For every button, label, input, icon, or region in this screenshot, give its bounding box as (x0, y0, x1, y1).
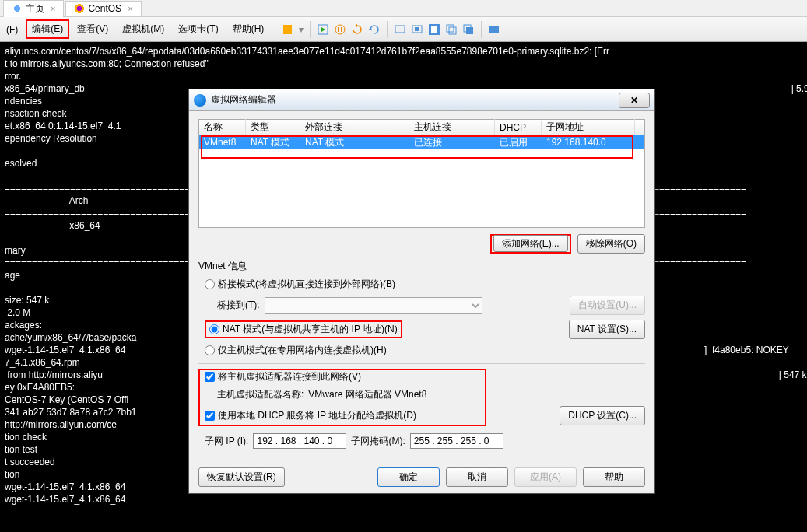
menu-bar: (F) 编辑(E) 查看(V) 虚拟机(M) 选项卡(T) 帮助(H) ▾ (0, 17, 807, 42)
terminal-line: 7_4.1.x86_64.rpm (5, 357, 80, 368)
remove-network-button[interactable]: 移除网络(O) (577, 234, 645, 254)
network-row-vmnet8[interactable]: VMnet8 NAT 模式 NAT 模式 已连接 已启用 192.168.140… (199, 135, 644, 149)
toolbar-screen1-icon[interactable] (392, 22, 408, 37)
terminal-right: | 547 kB (779, 369, 807, 380)
terminal-line: t succeeded (5, 457, 55, 467)
terminal-right: | 5.9 M (791, 83, 807, 94)
terminal-line: ey 0xF4A80EB5: (5, 382, 75, 393)
tab-label: CentOS (88, 3, 121, 14)
host-adapter-name: VMware 网络适配器 VMnet8 (308, 388, 426, 401)
centos-icon (74, 3, 85, 14)
svg-rect-10 (395, 26, 405, 33)
menu-edit[interactable]: 编辑(E) (26, 19, 69, 39)
vmnet-info-label: VMnet 信息 (198, 260, 645, 273)
col-dhcp: DHCP (495, 121, 542, 135)
menu-view[interactable]: 查看(V) (71, 19, 114, 39)
svg-point-5 (335, 25, 345, 34)
cancel-button[interactable]: 取消 (446, 467, 508, 487)
terminal-line: ndencies (5, 96, 42, 107)
toolbar-console-icon[interactable] (486, 22, 502, 37)
col-name: 名称 (199, 119, 246, 135)
col-subnet: 子网地址 (542, 119, 635, 135)
add-network-button[interactable]: 添加网络(E)... (493, 235, 568, 252)
restore-defaults-button[interactable]: 恢复默认设置(R) (198, 467, 285, 487)
svg-rect-12 (415, 27, 419, 31)
dialog-title: 虚拟网络编辑器 (211, 93, 276, 107)
terminal-line: wget-1.14-15.el7_4.1.x86_64 (5, 345, 125, 355)
toolbar-power-icon[interactable] (315, 22, 331, 37)
menu-tabs[interactable]: 选项卡(T) (172, 19, 224, 39)
toolbar-snapshot-icon[interactable] (367, 22, 382, 37)
terminal-line: 341 ab27 53d7 8a78 a7c2 7bb1 (5, 407, 137, 418)
hostonly-radio[interactable] (205, 345, 215, 355)
help-button[interactable]: 帮助 (583, 467, 645, 487)
terminal-line: wget-1.14-15.el7_4.1.x86_64 (5, 481, 125, 492)
cell-ext: NAT 模式 (300, 135, 409, 150)
app-icon (194, 94, 206, 107)
svg-rect-7 (341, 27, 342, 32)
subnet-ip-input[interactable] (253, 433, 346, 449)
separator (387, 21, 388, 38)
close-button[interactable]: ✕ (619, 93, 650, 108)
ok-button[interactable]: 确定 (377, 467, 440, 487)
menu-vm[interactable]: 虚拟机(M) (116, 19, 170, 39)
toolbar-fullscreen-icon[interactable] (426, 22, 442, 37)
subnet-mask-label: 子网掩码(M): (351, 435, 405, 448)
tab-centos[interactable]: CentOS× (65, 1, 141, 16)
col-type: 类型 (246, 119, 300, 135)
subnet-mask-input[interactable] (410, 433, 503, 449)
dhcp-label: 使用本地 DHCP 服务将 IP 地址分配给虚拟机(D) (218, 409, 416, 422)
svg-rect-6 (338, 27, 339, 32)
toolbar-unity-icon[interactable] (444, 22, 459, 37)
terminal-right: ] f4a80eb5: NOKEY (704, 345, 789, 355)
cell-name: VMnet8 (199, 136, 246, 149)
nat-settings-button[interactable]: NAT 设置(S)... (569, 320, 645, 339)
dhcp-settings-button[interactable]: DHCP 设置(C)... (560, 406, 645, 425)
host-adapter-checkbox[interactable] (205, 372, 215, 382)
terminal-line: ependency Resolution (5, 133, 97, 144)
terminal-line: size: 547 k (5, 295, 49, 306)
dialog-titlebar[interactable]: 虚拟网络编辑器 ✕ (189, 89, 654, 111)
tab-home[interactable]: 主页× (3, 0, 64, 17)
close-icon[interactable]: × (47, 4, 55, 13)
tab-label: 主页 (26, 2, 44, 16)
terminal-line: tion (5, 469, 19, 480)
hostonly-radio-label: 仅主机模式(在专用网络内连接虚拟机)(H) (218, 344, 387, 357)
nat-radio-label: NAT 模式(与虚拟机共享主机的 IP 地址)(N) (223, 323, 398, 336)
terminal-line: 2.0 M (5, 307, 30, 318)
terminal-line: http://mirrors.aliyun.com/ce (5, 419, 117, 430)
dropdown-arrow-icon[interactable]: ▾ (297, 24, 305, 35)
dhcp-checkbox[interactable] (205, 411, 215, 421)
terminal-line: tion test (5, 444, 37, 455)
svg-rect-18 (466, 27, 473, 34)
svg-rect-2 (289, 25, 292, 34)
terminal-line: aliyuncs.com/centos/7/os/x86_64/repodata… (5, 46, 609, 57)
separator (310, 21, 311, 38)
list-header: 名称 类型 外部连接 主机连接 DHCP 子网地址 (199, 120, 644, 135)
network-list[interactable]: 名称 类型 外部连接 主机连接 DHCP 子网地址 VMnet8 NAT 模式 … (198, 119, 645, 228)
svg-marker-4 (321, 27, 325, 32)
menu-file[interactable]: (F) (3, 21, 24, 38)
separator (481, 21, 482, 38)
close-icon[interactable]: × (125, 4, 132, 13)
toolbar-suspend-icon[interactable] (332, 22, 348, 37)
bridge-to-label: 桥接到(T): (217, 299, 260, 312)
toolbar-thumbnails-icon[interactable] (461, 22, 476, 37)
host-adapter-name-label: 主机虚拟适配器名称: (217, 388, 304, 401)
toolbar-library-icon[interactable] (280, 22, 296, 37)
toolbar-reset-icon[interactable] (349, 22, 365, 37)
subnet-ip-label: 子网 IP (I): (205, 435, 248, 448)
svg-rect-14 (431, 26, 437, 33)
bridge-radio[interactable] (205, 279, 215, 289)
host-adapter-label: 将主机虚拟适配器连接到此网络(V) (218, 370, 361, 383)
menu-help[interactable]: 帮助(H) (226, 19, 271, 39)
toolbar-screen2-icon[interactable] (409, 22, 425, 37)
terminal-line: wget-1.14-15.el7_4.1.x86_64 (5, 494, 125, 505)
nat-radio[interactable] (209, 324, 219, 334)
terminal-line: rror. (5, 71, 21, 82)
terminal-line: et.x86_64 0:1.14-15.el7_4.1 (5, 121, 121, 131)
terminal-line: tion check (5, 432, 47, 443)
separator (275, 21, 275, 38)
svg-rect-0 (283, 25, 286, 34)
terminal-line: t to mirrors.aliyuncs.com:80; Connection… (5, 58, 209, 69)
